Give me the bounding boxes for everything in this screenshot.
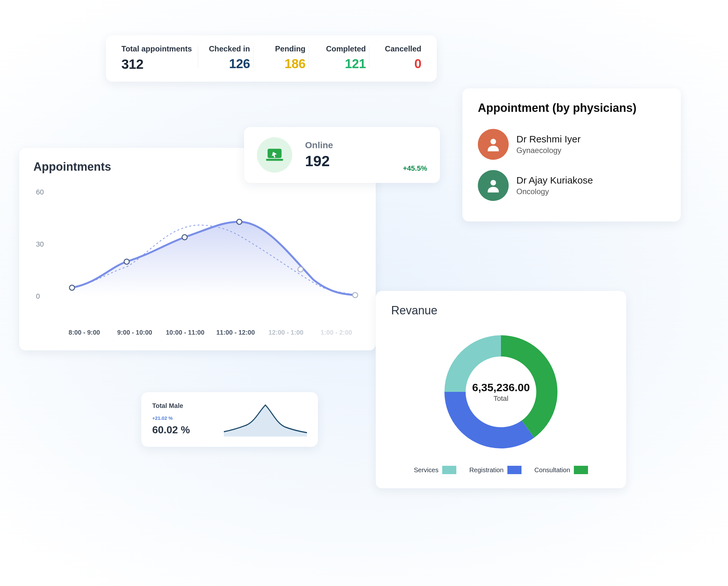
online-change: +45.5% bbox=[403, 164, 427, 173]
total-male-change: +21.02 % bbox=[152, 415, 217, 421]
stat-checked: Checked in 126 bbox=[198, 44, 253, 71]
legend-swatch bbox=[574, 466, 588, 474]
x-label: 10:00 - 11:00 bbox=[160, 329, 210, 336]
svg-point-0 bbox=[69, 285, 75, 290]
stat-total-value: 312 bbox=[121, 56, 194, 72]
revenue-total-value: 6,35,236.00 bbox=[472, 381, 530, 394]
y-tick: 30 bbox=[36, 240, 44, 248]
revenue-title: Revanue bbox=[391, 304, 611, 317]
stat-cancelled-value: 0 bbox=[414, 56, 421, 71]
stat-checked-label: Checked in bbox=[209, 44, 250, 53]
avatar bbox=[478, 170, 509, 201]
physician-name: Dr Reshmi Iyer bbox=[516, 134, 580, 145]
svg-point-4 bbox=[298, 267, 303, 272]
legend-item-services: Services bbox=[414, 466, 457, 474]
avatar bbox=[478, 129, 509, 160]
physicians-title: Appointment (by physicians) bbox=[478, 101, 666, 115]
laptop-icon bbox=[257, 137, 292, 173]
stat-total-label: Total appointments bbox=[121, 44, 194, 53]
svg-point-8 bbox=[490, 139, 496, 144]
appointments-x-labels: 8:00 - 9:00 9:00 - 10:00 10:00 - 11:00 1… bbox=[33, 329, 362, 336]
legend-item-consultation: Consultation bbox=[535, 466, 588, 474]
y-tick: 60 bbox=[36, 188, 44, 196]
legend-item-registration: Registration bbox=[469, 466, 521, 474]
online-text: Online 192 bbox=[305, 140, 390, 170]
stat-cancelled: Cancelled 0 bbox=[369, 44, 424, 71]
legend-swatch bbox=[508, 466, 521, 474]
total-male-label: Total Male bbox=[152, 402, 217, 410]
stats-bar: Total appointments 312 Checked in 126 Pe… bbox=[106, 35, 437, 82]
legend-swatch bbox=[442, 466, 456, 474]
total-male-card: Total Male +21.02 % 60.02 % bbox=[141, 392, 318, 447]
svg-rect-7 bbox=[266, 159, 283, 161]
physician-row[interactable]: Dr Ajay Kuriakose Oncology bbox=[478, 165, 666, 206]
total-male-chart bbox=[224, 401, 307, 437]
svg-point-3 bbox=[237, 219, 242, 224]
revenue-donut-center: 6,35,236.00 Total bbox=[472, 381, 530, 403]
physician-row[interactable]: Dr Reshmi Iyer Gynaecology bbox=[478, 124, 666, 165]
appointments-chart-body: 60 30 0 bbox=[33, 177, 362, 318]
stat-completed-label: Completed bbox=[326, 44, 366, 53]
svg-point-9 bbox=[490, 180, 496, 186]
physician-specialty: Oncology bbox=[516, 187, 593, 196]
x-label: 12:00 - 1:00 bbox=[261, 329, 311, 336]
svg-point-5 bbox=[353, 293, 358, 298]
svg-point-2 bbox=[182, 235, 187, 240]
stat-cancelled-label: Cancelled bbox=[385, 44, 421, 53]
revenue-legend: Services Registration Consultation bbox=[391, 466, 611, 474]
physician-specialty: Gynaecology bbox=[516, 146, 580, 155]
legend-label: Services bbox=[414, 466, 439, 474]
legend-label: Registration bbox=[469, 466, 503, 474]
stat-pending-label: Pending bbox=[275, 44, 306, 53]
stat-completed-value: 121 bbox=[345, 56, 366, 71]
online-card: Online 192 +45.5% bbox=[244, 127, 440, 183]
stat-pending: Pending 186 bbox=[253, 44, 309, 71]
stat-checked-value: 126 bbox=[229, 56, 250, 71]
physician-name: Dr Ajay Kuriakose bbox=[516, 175, 593, 186]
online-label: Online bbox=[305, 140, 390, 150]
legend-label: Consultation bbox=[535, 466, 570, 474]
stat-pending-value: 186 bbox=[285, 56, 305, 71]
online-value: 192 bbox=[305, 152, 390, 170]
stat-completed: Completed 121 bbox=[309, 44, 369, 71]
y-tick: 0 bbox=[36, 292, 40, 300]
x-label: 9:00 - 10:00 bbox=[109, 329, 160, 336]
appointments-line-svg bbox=[33, 177, 362, 318]
x-label: 1:00 - 2:00 bbox=[311, 329, 362, 336]
revenue-card: Revanue 6,35,236.00 Total Services Regis… bbox=[376, 291, 626, 488]
x-label: 11:00 - 12:00 bbox=[210, 329, 261, 336]
x-label: 8:00 - 9:00 bbox=[59, 329, 109, 336]
physicians-card: Appointment (by physicians) Dr Reshmi Iy… bbox=[462, 89, 681, 221]
revenue-donut: 6,35,236.00 Total bbox=[430, 321, 572, 463]
revenue-total-label: Total bbox=[472, 394, 530, 403]
svg-point-1 bbox=[124, 259, 129, 264]
stat-total: Total appointments 312 bbox=[118, 44, 198, 72]
total-male-value: 60.02 % bbox=[152, 424, 217, 436]
